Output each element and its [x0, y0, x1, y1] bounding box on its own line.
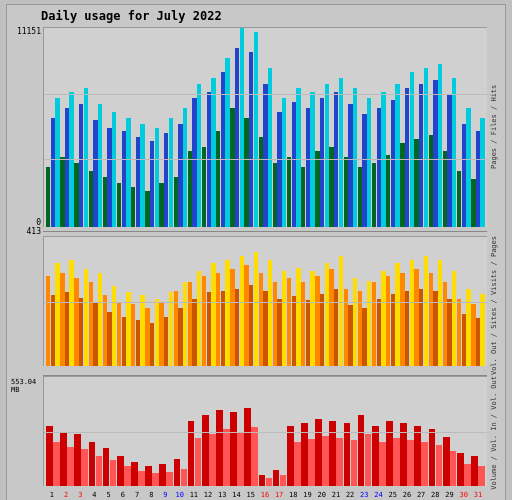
bar-group: [386, 28, 400, 227]
bar-group: [117, 28, 131, 227]
vol-in-bar: [166, 472, 173, 486]
vol-in-bar: [421, 442, 428, 486]
hits-bar: [466, 108, 470, 227]
vol-out-bar: [145, 466, 152, 486]
vol-in-bar: [308, 439, 315, 486]
volume-chart-inner: [43, 376, 487, 486]
main-chart: Daily usage for July 2022 11151 0 Pages …: [6, 4, 506, 500]
hits-bar: [140, 124, 144, 227]
sites-bar: [225, 260, 229, 366]
vol-out-bar: [46, 426, 53, 486]
hits-bar: [240, 28, 244, 227]
sites-bar: [268, 260, 272, 366]
hits-right-label: Pages / Files / Hits: [487, 27, 501, 227]
hits-chart-area: 11151 0: [11, 27, 487, 227]
vol-out-bar: [457, 453, 464, 486]
x-axis-label: 21: [329, 491, 343, 499]
hits-section: 11151 0 Pages / Files / Hits: [11, 27, 501, 227]
bar-group: [429, 28, 443, 227]
bar-group: [159, 28, 173, 227]
hits-bar: [155, 128, 159, 228]
bar-group: [131, 28, 145, 227]
x-axis-label: 13: [215, 491, 229, 499]
sites-bar: [381, 271, 385, 366]
sites-bar: [310, 271, 314, 366]
x-axis-label: 25: [386, 491, 400, 499]
hits-y-max: 11151: [17, 27, 41, 36]
sites-bar: [466, 289, 470, 366]
bar-group: [103, 28, 117, 227]
vol-out-bar: [131, 462, 138, 486]
x-axis-label: 4: [88, 491, 102, 499]
visits-chart-inner: [43, 236, 487, 366]
x-axis-label: 22: [343, 491, 357, 499]
x-axis-label: 10: [173, 491, 187, 499]
sites-bar: [183, 282, 187, 366]
hits-bar: [395, 84, 399, 227]
x-axis-label: 11: [187, 491, 201, 499]
sites-bar: [169, 292, 173, 366]
vol-in-bar: [181, 469, 188, 486]
bar-group: [471, 28, 485, 227]
bar-group: [443, 28, 457, 227]
sites-bar: [112, 286, 116, 366]
sites-bar: [55, 263, 59, 366]
vol-out-bar: [287, 426, 294, 486]
hits-chart-inner: [43, 27, 487, 227]
vol-in-bar: [450, 451, 457, 486]
vol-in-bar: [53, 442, 60, 486]
bar-group: [287, 28, 301, 227]
hits-y-axis: 11151 0: [11, 27, 43, 227]
vol-in-bar: [195, 438, 202, 486]
sites-bar: [410, 260, 414, 366]
vol-in-bar: [237, 432, 244, 487]
bar-group: [145, 28, 159, 227]
sites-bar: [254, 252, 258, 366]
x-axis-label: 8: [144, 491, 158, 499]
sites-bar: [197, 271, 201, 366]
sites-bar: [480, 294, 484, 366]
vol-in-bar: [407, 440, 414, 486]
vol-in-bar: [464, 464, 471, 486]
x-axis-label: 15: [244, 491, 258, 499]
bar-group: [89, 28, 103, 227]
hits-bar: [211, 78, 215, 227]
bar-group: [372, 28, 386, 227]
bar-group: [202, 28, 216, 227]
vol-in-bar: [393, 438, 400, 486]
hits-bar: [424, 68, 428, 227]
x-axis: 1234567891011121314151617181920212223242…: [43, 490, 487, 500]
sites-bar: [69, 260, 73, 366]
x-axis-label: 29: [443, 491, 457, 499]
x-axis-label: 24: [372, 491, 386, 499]
vol-out-bar: [259, 475, 266, 486]
vol-in-bar: [478, 466, 485, 486]
bar-group: [414, 28, 428, 227]
sites-bar: [452, 271, 456, 366]
sites-bar: [395, 263, 399, 366]
bar-group: [46, 28, 60, 227]
vol-out-bar: [414, 426, 421, 486]
x-axis-label: 27: [414, 491, 428, 499]
x-axis-label: 16: [258, 491, 272, 499]
vol-out-bar: [89, 442, 96, 486]
sites-bar: [126, 292, 130, 366]
mid-separator: 413: [11, 227, 501, 236]
vol-out-bar: [202, 415, 209, 486]
x-axis-label: 2: [59, 491, 73, 499]
vol-out-bar: [429, 429, 436, 486]
x-axis-label: 26: [400, 491, 414, 499]
x-axis-label: 17: [272, 491, 286, 499]
hits-y-min: 0: [36, 218, 41, 227]
vol-in-bar: [351, 440, 358, 486]
vol-out-bar: [103, 448, 110, 486]
vol-out-bar: [273, 470, 280, 486]
x-axis-label: 20: [315, 491, 329, 499]
sites-bar: [84, 269, 88, 366]
bar-group: [230, 28, 244, 227]
x-axis-label: 23: [357, 491, 371, 499]
hits-bar: [169, 118, 173, 227]
x-axis-label: 5: [102, 491, 116, 499]
vol-in-bar: [223, 429, 230, 486]
sites-bar: [424, 256, 428, 366]
